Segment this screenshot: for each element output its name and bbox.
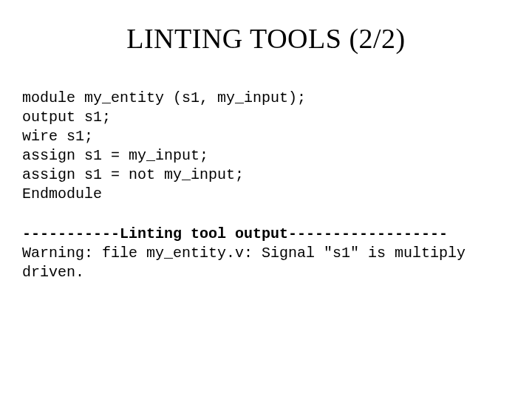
- code-line-3: wire s1;: [22, 128, 93, 145]
- output-block: -----------Linting tool output----------…: [22, 225, 510, 282]
- slide: LINTING TOOLS (2/2) module my_entity (s1…: [0, 0, 532, 399]
- output-warning: Warning: file my_entity.v: Signal "s1" i…: [22, 245, 474, 281]
- code-line-2: output s1;: [22, 109, 111, 126]
- code-line-1: module my_entity (s1, my_input);: [22, 89, 306, 106]
- code-line-6: Endmodule: [22, 185, 102, 202]
- slide-title: LINTING TOOLS (2/2): [22, 22, 510, 55]
- code-block: module my_entity (s1, my_input); output …: [22, 69, 510, 204]
- code-line-4: assign s1 = my_input;: [22, 147, 208, 164]
- output-header: -----------Linting tool output----------…: [22, 225, 448, 242]
- code-line-5: assign s1 = not my_input;: [22, 166, 244, 183]
